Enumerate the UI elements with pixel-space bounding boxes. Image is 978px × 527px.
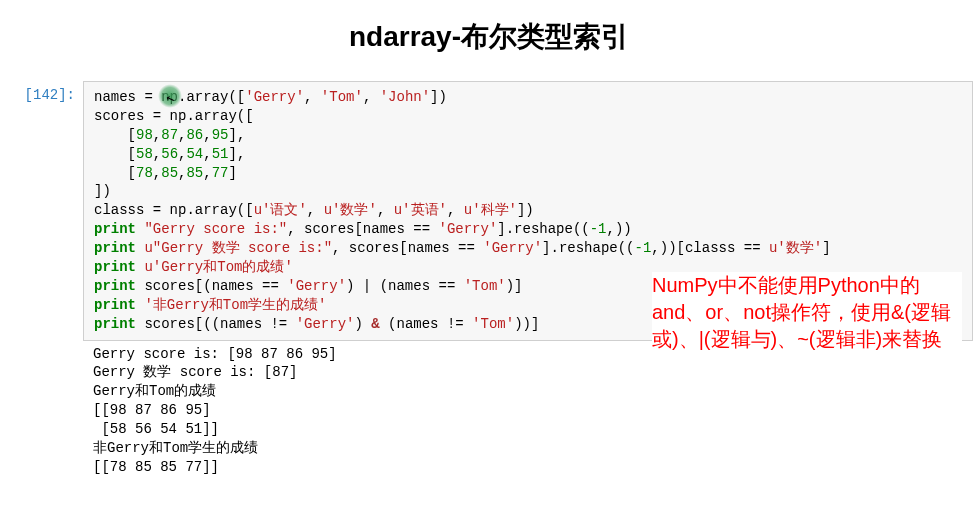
page-title: ndarray-布尔类型索引	[0, 0, 978, 81]
code-line: [58,56,54,51],	[94, 145, 962, 164]
code-line: print "Gerry score is:", scores[names ==…	[94, 220, 962, 239]
code-line: names = np.array(['Gerry', 'Tom', 'John'…	[94, 88, 962, 107]
output-line: [[98 87 86 95]	[93, 401, 968, 420]
code-line: ])	[94, 182, 962, 201]
output-line: 非Gerry和Tom学生的成绩	[93, 439, 968, 458]
code-input-area[interactable]: ↖ names = np.array(['Gerry', 'Tom', 'Joh…	[83, 81, 973, 341]
cell-prompt: [142]:	[15, 81, 83, 341]
output-line: Gerry 数学 score is: [87]	[93, 363, 968, 382]
output-area: Gerry score is: [98 87 86 95] Gerry 数学 s…	[83, 341, 978, 477]
code-line: [98,87,86,95],	[94, 126, 962, 145]
code-line: print u"Gerry 数学 score is:", scores[name…	[94, 239, 962, 258]
code-line: [78,85,85,77]	[94, 164, 962, 183]
code-line: classs = np.array([u'语文', u'数学', u'英语', …	[94, 201, 962, 220]
input-cell: [142]: ↖ names = np.array(['Gerry', 'Tom…	[0, 81, 978, 341]
code-line: scores = np.array([	[94, 107, 962, 126]
output-line: Gerry和Tom的成绩	[93, 382, 968, 401]
output-line: [[78 85 85 77]]	[93, 458, 968, 477]
annotation-note: NumPy中不能使用Python中的and、or、not操作符，使用&(逻辑或)…	[652, 272, 962, 353]
output-line: [58 56 54 51]]	[93, 420, 968, 439]
